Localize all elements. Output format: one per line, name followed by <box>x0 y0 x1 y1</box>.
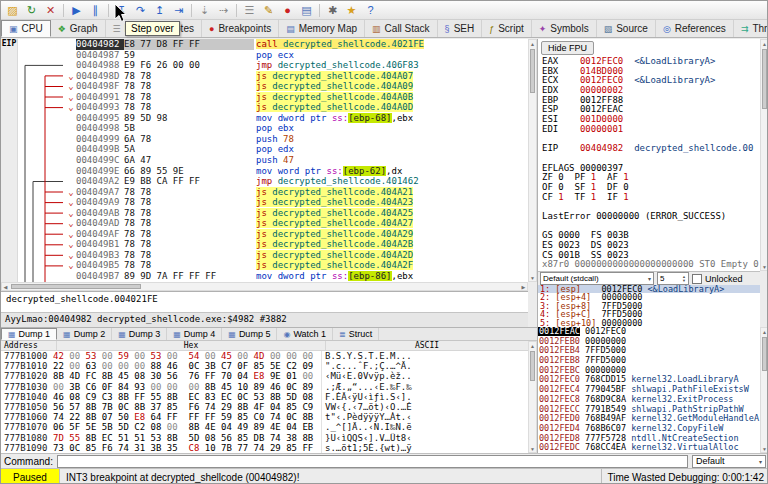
dump-row[interactable]: 777B104046 08 C9 C3 8B FF 55 8B EC 83 EC… <box>1 392 528 402</box>
scroll-down-icon[interactable]: ▼ <box>761 263 768 270</box>
registers-pane[interactable]: Hide FPU EAX 0012FEC0 <&LoadLibraryA>EBX… <box>538 39 760 271</box>
scroll-down-icon[interactable]: ▼ <box>529 274 536 281</box>
dump-row[interactable]: 777B10807D 55 8B EC 51 51 53 8B 5D 08 56… <box>1 433 528 443</box>
dump-row[interactable]: 777B101022 00 63 00 00 00 88 46 0C 3B C7… <box>1 361 528 371</box>
disassembly-pane[interactable]: EIP00404982E8 77 D8 FF FFcall decrypted_… <box>1 39 528 282</box>
disasm-row[interactable]: 0040499E66 89 55 9Emov word ptr ss:[ebp-… <box>1 166 528 177</box>
disasm-row[interactable]: ⌄004049B178 78js decrypted_shellcode.404… <box>1 239 528 250</box>
scroll-up-icon[interactable]: ▲ <box>529 342 536 349</box>
disasm-row[interactable]: ⌄0040498D78 78js decrypted_shellcode.404… <box>1 71 528 82</box>
argument-count-spinner[interactable]: 5 ▲▼ <box>657 272 689 285</box>
scroll-left-icon[interactable]: ◀ <box>2 283 9 290</box>
tab-memory-map[interactable]: ▤Memory Map <box>279 20 365 37</box>
scroll-up-icon[interactable]: ▲ <box>529 40 536 47</box>
dump-row[interactable]: 777B105056 57 8B 7B 0C 8B 37 85 F6 74 29… <box>1 402 528 412</box>
disasm-row[interactable]: ⌄004049B578 78js decrypted_shellcode.404… <box>1 260 528 271</box>
disasm-row[interactable]: ⌄004049AF78 78js decrypted_shellcode.404… <box>1 229 528 240</box>
scroll-down-icon[interactable]: ▼ <box>529 445 536 452</box>
disasm-row[interactable]: EIP00404982E8 77 D8 FF FFcall decrypted_… <box>1 39 528 50</box>
scroll-up-icon[interactable]: ▲ <box>761 328 768 335</box>
dump-vertical-scrollbar[interactable]: ▲ ▼ <box>528 341 537 453</box>
tab-graph[interactable]: ❖Graph <box>51 20 106 37</box>
disasm-row[interactable]: ⌄004049A778 78js decrypted_shellcode.404… <box>1 187 528 198</box>
register-row[interactable]: LastError 00000000 (ERROR_SUCCESS) <box>538 212 760 222</box>
argument-row[interactable]: 5: [esp+10] 00000000 <box>538 319 760 327</box>
command-profile-dropdown[interactable]: Default ▾ <box>692 455 766 468</box>
disasm-row[interactable]: ⌄004049AB78 78js decrypted_shellcode.404… <box>1 208 528 219</box>
registers-vertical-scrollbar[interactable]: ▲ ▼ <box>760 39 768 271</box>
dump-row[interactable]: 777B109073 0C 85 F6 74 31 3B 35 C8 10 7B… <box>1 443 528 453</box>
spinner-arrows-icon[interactable]: ▲▼ <box>682 275 686 283</box>
step-out-icon[interactable]: ↥ <box>151 2 168 18</box>
tab-dump-1[interactable]: ▦Dump 1 <box>1 328 57 340</box>
disasm-row[interactable]: 0040499B5Apop edx <box>1 144 528 155</box>
open-file-icon[interactable]: ▨ <box>4 2 21 18</box>
calling-convention-dropdown[interactable]: Default (stdcall) ▾ <box>540 272 654 285</box>
favourites-icon[interactable]: ★ <box>343 2 360 18</box>
tab-breakpoints[interactable]: ●Breakpoints <box>202 20 279 37</box>
tab-cpu[interactable]: ▣CPU <box>1 20 51 37</box>
step-over-icon[interactable]: ↷ <box>132 2 149 18</box>
disasm-row[interactable]: 0040498759pop ecx <box>1 50 528 61</box>
disasm-horizontal-scrollbar[interactable]: ◀ ▶ <box>1 282 528 291</box>
tab-dump-5[interactable]: ▦Dump 5 <box>222 328 277 340</box>
tab-script[interactable]: ƒScript <box>482 20 532 37</box>
settings-icon[interactable]: ✱ <box>324 2 341 18</box>
disasm-row[interactable]: 004049B789 9D 7A FF FF FFmov dword ptr s… <box>1 271 528 282</box>
register-row[interactable]: CF 1 TF 1 IF 1 <box>538 193 760 203</box>
trace-over-icon[interactable]: ⇢ <box>215 2 232 18</box>
tab-references[interactable]: ◎References <box>656 20 734 37</box>
dump-row[interactable]: 777B100042 00 53 00 59 00 53 00 54 00 45… <box>1 351 528 361</box>
disasm-row[interactable]: 0040499589 5D 98mov dword ptr ss:[ebp-68… <box>1 113 528 124</box>
register-row[interactable]: EIP 00404982 decrypted_shellcode.00 <box>538 144 760 154</box>
scroll-right-icon[interactable]: ▶ <box>520 283 527 290</box>
scrollbar-thumb[interactable] <box>11 284 141 289</box>
disasm-row[interactable]: ⌄004049A978 78js decrypted_shellcode.404… <box>1 197 528 208</box>
restart-icon[interactable]: ↻ <box>23 2 40 18</box>
tab-source[interactable]: ▧Source <box>597 20 656 37</box>
command-input[interactable] <box>57 455 688 468</box>
disasm-row[interactable]: 004049996A 78push 78 <box>1 134 528 145</box>
stack-vertical-scrollbar[interactable]: ▲ ▼ <box>760 327 768 453</box>
run-to-user-code-icon[interactable]: ⇥ <box>170 2 187 18</box>
run-icon[interactable]: ▶ <box>68 2 85 18</box>
close-icon[interactable]: ✕ <box>42 2 59 18</box>
memory-map-icon[interactable]: ▤ <box>298 2 315 18</box>
disasm-row[interactable]: ⌄0040498F78 78js decrypted_shellcode.404… <box>1 81 528 92</box>
scroll-up-icon[interactable]: ▲ <box>761 40 768 47</box>
tab-call-stack[interactable]: ▥Call Stack <box>365 20 438 37</box>
tab-dump-3[interactable]: ▦Dump 3 <box>112 328 167 340</box>
tab-seh[interactable]: §SEH <box>438 20 483 37</box>
scrollbar-thumb[interactable] <box>530 351 535 381</box>
tab-struct[interactable]: ≣Struct <box>333 328 379 340</box>
tab-threads[interactable]: ⇉Threads <box>734 20 768 37</box>
arguments-pane[interactable]: 1: [esp] 0012FEC0 <&LoadLibraryA>2: [esp… <box>538 285 760 327</box>
dump-row[interactable]: 777B107006 5F 5E 5B 5D C2 08 00 8B 4E 04… <box>1 422 528 432</box>
hide-fpu-button[interactable]: Hide FPU <box>541 41 594 55</box>
help-icon[interactable]: ? <box>362 2 379 18</box>
breakpoints-icon[interactable]: ● <box>279 2 296 18</box>
disasm-row[interactable]: ⌄0040499178 78js decrypted_shellcode.404… <box>1 92 528 103</box>
disasm-row[interactable]: ⌄004049AD78 78js decrypted_shellcode.404… <box>1 218 528 229</box>
log-icon[interactable]: ☰ <box>241 2 258 18</box>
disasm-row[interactable]: ⌄0040499378 78js decrypted_shellcode.404… <box>1 102 528 113</box>
stack-row[interactable]: 0012FEDC 768CC4EA kernel32.VirtualAlloc <box>538 443 760 453</box>
disasm-row[interactable]: 00404988E9 F6 26 00 00jmp decrypted_shel… <box>1 60 528 71</box>
lock-checkbox[interactable] <box>692 274 702 284</box>
tab-dump-2[interactable]: ▦Dump 2 <box>57 328 112 340</box>
tab-symbols[interactable]: ✦Symbols <box>532 20 597 37</box>
dump-row[interactable]: 777B106074 22 8B 07 50 E8 64 FF FF FF 59… <box>1 412 528 422</box>
pause-icon[interactable]: ∥ <box>87 2 104 18</box>
dump-rows[interactable]: 777B100042 00 53 00 59 00 53 00 54 00 45… <box>1 351 528 453</box>
tab-watch-1[interactable]: ◉Watch 1 <box>277 328 333 340</box>
register-row[interactable]: x87r0 0000000000000000000000 ST0 Empty 0… <box>538 260 760 270</box>
disasm-row[interactable]: 004049985Bpop ebx <box>1 123 528 134</box>
disasm-row[interactable]: 0040499C6A 47push 47 <box>1 155 528 166</box>
disasm-row[interactable]: 004049A2E9 BB CA FF FFjmp decrypted_shel… <box>1 176 528 187</box>
tab-dump-4[interactable]: ▦Dump 4 <box>167 328 222 340</box>
scrollbar-thumb[interactable] <box>530 49 535 93</box>
disasm-row[interactable]: ⌄004049B378 78js decrypted_shellcode.404… <box>1 250 528 261</box>
dump-row[interactable]: 777B103000 3B C6 0F 84 93 00 00 00 8B 45… <box>1 382 528 392</box>
stack-pane[interactable]: 0012FEAC 0012FEC00012FEB0 000000000012FE… <box>538 327 760 453</box>
dump-row[interactable]: 777B10208B 4D FC 8B 45 08 30 56 76 FF 70… <box>1 371 528 381</box>
